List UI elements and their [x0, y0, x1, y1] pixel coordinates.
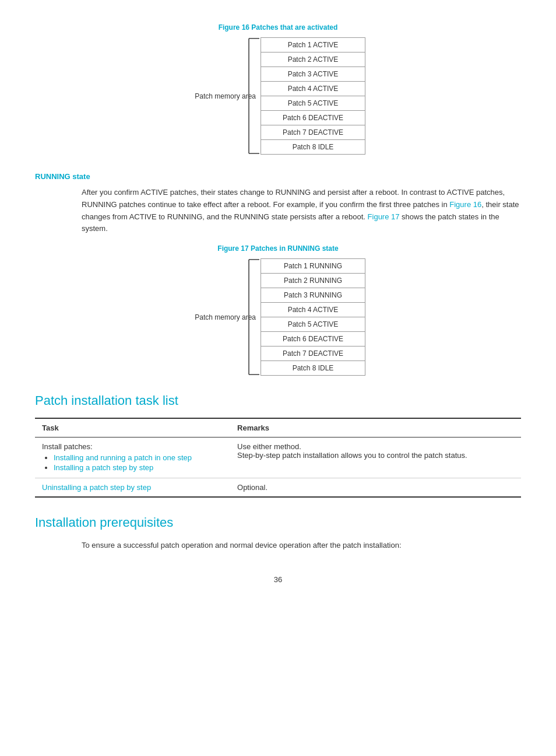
figure17-diagram: Patch memory area Patch 1 RUNNING Patch … [191, 258, 365, 376]
task-table: Task Remarks Install patches: Installing… [35, 418, 521, 498]
link-uninstall[interactable]: Uninstalling a patch step by step [42, 483, 151, 492]
patch-row: Patch 6 DEACTIVE [261, 111, 365, 125]
page-number: 36 [35, 575, 521, 584]
running-state-body: After you confirm ACTIVE patches, their … [35, 187, 521, 235]
table-cell-remarks: Use either method. Step-by-step patch in… [230, 438, 521, 478]
patch-row: Patch 3 ACTIVE [261, 67, 365, 82]
table-cell-task: Install patches: Installing and running … [35, 438, 230, 478]
patch-row: Patch 5 ACTIVE [261, 317, 365, 332]
patch-row: Patch 7 DEACTIVE [261, 125, 365, 140]
table-row: Uninstalling a patch step by step Option… [35, 478, 521, 498]
figure16-diagram: Patch memory area Patch 1 ACTIVE Patch 2… [191, 37, 365, 155]
install-patches-list: Installing and running a patch in one st… [42, 453, 223, 472]
remarks-optional: Optional. [237, 483, 268, 492]
link-install-running[interactable]: Installing and running a patch in one st… [54, 453, 192, 462]
patch-row: Patch 6 DEACTIVE [261, 332, 365, 346]
figure17-link[interactable]: Figure 17 [368, 212, 400, 221]
figure16-label-area: Patch memory area [191, 37, 261, 155]
install-patches-label: Install patches: [42, 442, 93, 451]
table-cell-uninstall: Uninstalling a patch step by step [35, 478, 230, 498]
figure17-patch-stack: Patch 1 RUNNING Patch 2 RUNNING Patch 3 … [261, 258, 365, 376]
patch-row: Patch 2 ACTIVE [261, 52, 365, 67]
table-header-task: Task [35, 418, 230, 438]
patch-row: Patch 8 IDLE [261, 361, 365, 375]
figure16-link[interactable]: Figure 16 [449, 200, 481, 209]
section-install-title: Patch installation task list [35, 393, 521, 408]
link-install-step[interactable]: Installing a patch step by step [54, 463, 153, 472]
table-cell-optional: Optional. [230, 478, 521, 498]
patch-row: Patch 4 ACTIVE [261, 82, 365, 96]
figure17-container: Patch memory area Patch 1 RUNNING Patch … [35, 258, 521, 376]
remarks-use-either: Use either method. [237, 442, 301, 451]
patch-row: Patch 3 RUNNING [261, 288, 365, 303]
figure16-patch-stack: Patch 1 ACTIVE Patch 2 ACTIVE Patch 3 AC… [261, 37, 365, 155]
figure17-label-area: Patch memory area [191, 258, 261, 376]
figure16-title: Figure 16 Patches that are activated [35, 23, 521, 32]
patch-row: Patch 4 ACTIVE [261, 303, 365, 317]
table-header-remarks: Remarks [230, 418, 521, 438]
patch-row: Patch 5 ACTIVE [261, 96, 365, 111]
patch-row: Patch 1 ACTIVE [261, 38, 365, 52]
patch-row: Patch 8 IDLE [261, 140, 365, 154]
prereq-body: To ensure a successful patch operation a… [35, 540, 521, 552]
figure17-bracket-svg [243, 258, 261, 376]
running-state-heading: RUNNING state [35, 172, 521, 181]
figure16-bracket-svg [243, 37, 261, 155]
figure17-title: Figure 17 Patches in RUNNING state [35, 244, 521, 253]
patch-row: Patch 7 DEACTIVE [261, 346, 365, 361]
remarks-step-by-step: Step-by-step patch installation allows y… [237, 451, 467, 460]
patch-row: Patch 2 RUNNING [261, 274, 365, 288]
patch-row: Patch 1 RUNNING [261, 259, 365, 274]
table-row: Install patches: Installing and running … [35, 438, 521, 478]
section-prereq-title: Installation prerequisites [35, 515, 521, 530]
figure16-container: Patch memory area Patch 1 ACTIVE Patch 2… [35, 37, 521, 155]
